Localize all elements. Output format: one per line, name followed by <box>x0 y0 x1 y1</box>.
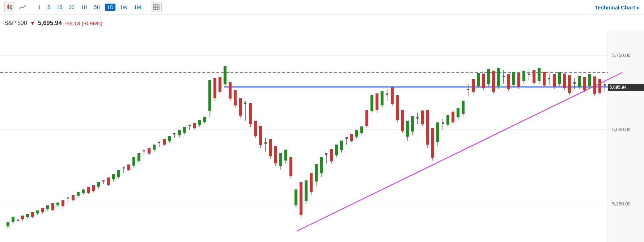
svg-rect-202 <box>462 101 465 114</box>
svg-rect-122 <box>259 126 262 145</box>
time-btn-5h[interactable]: 5H <box>92 4 103 11</box>
divider-1 <box>32 3 32 12</box>
svg-rect-160 <box>355 130 358 137</box>
svg-rect-128 <box>274 146 277 163</box>
svg-rect-82 <box>158 142 160 143</box>
svg-rect-76 <box>143 150 145 151</box>
svg-rect-0 <box>8 5 9 8</box>
svg-rect-184 <box>416 117 419 118</box>
time-btn-1h[interactable]: 1H <box>79 4 90 11</box>
time-btn-1[interactable]: 1 <box>36 4 43 11</box>
svg-rect-238 <box>553 74 556 87</box>
svg-rect-136 <box>295 189 297 205</box>
svg-rect-38 <box>46 205 49 209</box>
svg-rect-74 <box>137 153 140 161</box>
technical-chart-arrow: » <box>637 4 640 11</box>
svg-rect-32 <box>31 212 34 217</box>
svg-rect-188 <box>426 110 429 145</box>
svg-rect-186 <box>421 110 424 124</box>
svg-rect-164 <box>365 110 368 126</box>
table-icon[interactable] <box>151 3 162 12</box>
svg-rect-236 <box>548 78 550 79</box>
svg-rect-46 <box>67 197 69 199</box>
svg-rect-166 <box>370 95 373 111</box>
svg-rect-72 <box>132 157 135 166</box>
svg-rect-246 <box>573 82 576 84</box>
svg-rect-56 <box>92 185 95 191</box>
svg-rect-114 <box>239 98 242 116</box>
svg-rect-66 <box>117 170 120 177</box>
svg-rect-208 <box>477 73 480 86</box>
svg-rect-138 <box>300 182 302 215</box>
svg-rect-220 <box>507 74 510 89</box>
svg-rect-68 <box>123 167 125 168</box>
svg-rect-78 <box>148 148 151 154</box>
svg-rect-94 <box>188 125 191 126</box>
svg-rect-180 <box>406 121 409 137</box>
chart-container[interactable]: i <box>0 30 644 242</box>
svg-rect-216 <box>497 68 500 86</box>
svg-rect-150 <box>330 149 333 161</box>
time-btn-1m[interactable]: 1M <box>132 4 143 11</box>
line-chart-icon[interactable] <box>17 3 28 12</box>
svg-rect-48 <box>72 195 75 200</box>
svg-rect-170 <box>381 91 384 105</box>
svg-rect-140 <box>305 180 308 201</box>
svg-rect-168 <box>376 93 378 110</box>
time-btn-1d[interactable]: 1D <box>105 4 116 11</box>
svg-rect-222 <box>512 72 515 85</box>
svg-rect-218 <box>503 76 505 77</box>
svg-rect-232 <box>538 68 541 81</box>
svg-rect-210 <box>482 74 485 88</box>
svg-rect-52 <box>82 189 85 193</box>
svg-rect-40 <box>51 203 54 210</box>
svg-rect-118 <box>249 103 252 124</box>
svg-rect-134 <box>289 157 292 176</box>
svg-rect-206 <box>472 79 475 92</box>
svg-rect-60 <box>102 180 105 182</box>
svg-rect-3 <box>10 6 12 8</box>
time-btn-30[interactable]: 30 <box>67 4 77 11</box>
svg-rect-13 <box>608 30 644 242</box>
svg-rect-178 <box>401 110 404 131</box>
svg-rect-214 <box>492 71 495 92</box>
svg-rect-84 <box>163 139 166 145</box>
svg-rect-244 <box>568 75 571 93</box>
svg-rect-162 <box>360 126 363 133</box>
svg-text:5,750.00: 5,750.00 <box>612 53 631 58</box>
svg-rect-152 <box>335 145 338 155</box>
svg-rect-106 <box>219 77 221 92</box>
technical-chart-link[interactable]: Technical Chart » <box>595 4 640 11</box>
svg-rect-224 <box>517 73 520 87</box>
svg-rect-108 <box>224 66 226 84</box>
time-btn-15[interactable]: 15 <box>55 4 65 11</box>
svg-rect-250 <box>583 77 586 90</box>
svg-rect-234 <box>543 72 546 85</box>
time-btn-1w[interactable]: 1W <box>118 4 130 11</box>
svg-rect-230 <box>533 70 535 83</box>
time-btn-5[interactable]: 5 <box>45 4 52 11</box>
svg-rect-194 <box>442 122 444 124</box>
svg-rect-44 <box>62 200 64 206</box>
svg-text:5,500.00: 5,500.00 <box>612 127 631 132</box>
price-value: 5,695.94 <box>38 20 62 27</box>
svg-rect-176 <box>396 95 399 120</box>
svg-rect-130 <box>279 153 282 166</box>
svg-rect-86 <box>168 136 171 141</box>
svg-rect-24 <box>12 217 14 222</box>
svg-rect-112 <box>234 90 237 105</box>
svg-rect-242 <box>563 74 566 88</box>
svg-rect-120 <box>254 121 257 136</box>
svg-rect-254 <box>593 76 596 94</box>
svg-rect-92 <box>183 127 186 133</box>
svg-rect-192 <box>436 122 439 142</box>
candlestick-icon[interactable] <box>4 3 15 12</box>
svg-rect-28 <box>21 216 24 219</box>
toolbar-left: 1 5 15 30 1H 5H 1D 1W 1M <box>4 3 595 12</box>
price-change: -55.13 (-0.96%) <box>65 20 102 26</box>
svg-rect-174 <box>391 87 394 104</box>
svg-rect-116 <box>244 103 246 104</box>
svg-rect-54 <box>87 187 90 193</box>
svg-rect-98 <box>198 120 201 125</box>
svg-rect-182 <box>411 116 414 132</box>
